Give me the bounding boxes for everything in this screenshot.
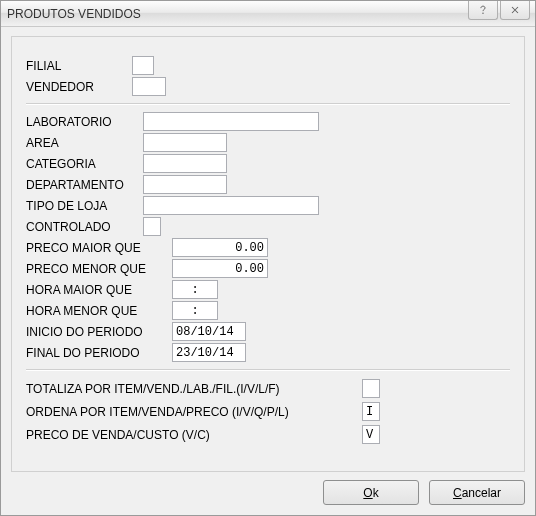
label-laboratorio: LABORATORIO (26, 115, 143, 129)
label-ordena: ORDENA POR ITEM/VENDA/PRECO (I/V/Q/P/L) (26, 405, 362, 419)
input-preco-vc[interactable] (362, 425, 380, 444)
row-preco-menor: PRECO MENOR QUE (26, 258, 510, 279)
close-button[interactable] (500, 1, 530, 20)
label-inicio: INICIO DO PERIODO (26, 325, 172, 339)
input-ordena[interactable] (362, 402, 380, 421)
input-area[interactable] (143, 133, 227, 152)
label-vendedor: VENDEDOR (26, 80, 132, 94)
row-inicio: INICIO DO PERIODO (26, 321, 510, 342)
ok-rest: k (373, 486, 379, 500)
input-departamento[interactable] (143, 175, 227, 194)
row-area: AREA (26, 132, 510, 153)
input-final[interactable] (172, 343, 246, 362)
svg-point-0 (482, 13, 483, 14)
label-controlado: CONTROLADO (26, 220, 143, 234)
button-bar: Ok Cancelar (11, 472, 525, 505)
help-button[interactable] (468, 1, 498, 20)
row-ordena: ORDENA POR ITEM/VENDA/PRECO (I/V/Q/P/L) (26, 400, 510, 423)
window-title: PRODUTOS VENDIDOS (7, 7, 468, 21)
row-hora-menor: HORA MENOR QUE (26, 300, 510, 321)
help-icon (477, 4, 489, 16)
label-categoria: CATEGORIA (26, 157, 143, 171)
row-controlado: CONTROLADO (26, 216, 510, 237)
row-preco-maior: PRECO MAIOR QUE (26, 237, 510, 258)
label-preco-maior: PRECO MAIOR QUE (26, 241, 172, 255)
window-controls (468, 1, 535, 26)
input-tipo-loja[interactable] (143, 196, 319, 215)
input-totaliza[interactable] (362, 379, 380, 398)
ok-underline: O (363, 486, 372, 500)
label-preco-vc: PRECO DE VENDA/CUSTO (V/C) (26, 428, 362, 442)
input-inicio[interactable] (172, 322, 246, 341)
label-hora-maior: HORA MAIOR QUE (26, 283, 172, 297)
row-filial: FILIAL (26, 55, 510, 76)
row-categoria: CATEGORIA (26, 153, 510, 174)
label-totaliza: TOTALIZA POR ITEM/VEND./LAB./FIL.(I/V/L/… (26, 382, 362, 396)
input-preco-maior[interactable] (172, 238, 268, 257)
label-departamento: DEPARTAMENTO (26, 178, 143, 192)
cancel-button[interactable]: Cancelar (429, 480, 525, 505)
cancel-rest: ancelar (462, 486, 501, 500)
row-totaliza: TOTALIZA POR ITEM/VEND./LAB./FIL.(I/V/L/… (26, 377, 510, 400)
row-departamento: DEPARTAMENTO (26, 174, 510, 195)
label-final: FINAL DO PERIODO (26, 346, 172, 360)
label-preco-menor: PRECO MENOR QUE (26, 262, 172, 276)
cancel-underline: C (453, 486, 462, 500)
row-vendedor: VENDEDOR (26, 76, 510, 97)
label-tipo-loja: TIPO DE LOJA (26, 199, 143, 213)
input-vendedor[interactable] (132, 77, 166, 96)
row-laboratorio: LABORATORIO (26, 111, 510, 132)
row-hora-maior: HORA MAIOR QUE (26, 279, 510, 300)
input-filial[interactable] (132, 56, 154, 75)
label-area: AREA (26, 136, 143, 150)
input-hora-maior[interactable] (172, 280, 218, 299)
form-panel: FILIAL VENDEDOR LABORATORIO AREA CATEGOR… (11, 36, 525, 472)
label-filial: FILIAL (26, 59, 132, 73)
input-laboratorio[interactable] (143, 112, 319, 131)
label-hora-menor: HORA MENOR QUE (26, 304, 172, 318)
separator-1 (26, 103, 510, 105)
close-icon (509, 4, 521, 16)
row-preco-vc: PRECO DE VENDA/CUSTO (V/C) (26, 423, 510, 446)
row-tipo-loja: TIPO DE LOJA (26, 195, 510, 216)
row-final: FINAL DO PERIODO (26, 342, 510, 363)
client-area: FILIAL VENDEDOR LABORATORIO AREA CATEGOR… (1, 27, 535, 515)
dialog-window: PRODUTOS VENDIDOS FILIAL VENDEDOR (0, 0, 536, 516)
input-preco-menor[interactable] (172, 259, 268, 278)
ok-button[interactable]: Ok (323, 480, 419, 505)
separator-2 (26, 369, 510, 371)
input-hora-menor[interactable] (172, 301, 218, 320)
input-controlado[interactable] (143, 217, 161, 236)
input-categoria[interactable] (143, 154, 227, 173)
titlebar: PRODUTOS VENDIDOS (1, 1, 535, 27)
